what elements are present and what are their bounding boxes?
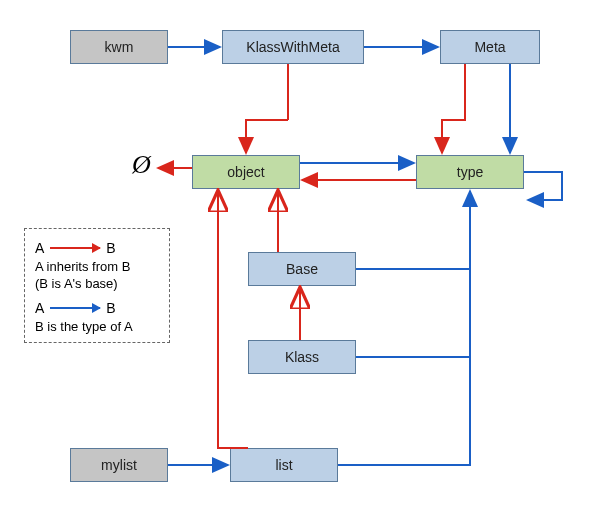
legend-A1: A [35, 240, 44, 256]
node-meta: Meta [440, 30, 540, 64]
edge-type-type-loop-a [524, 172, 562, 200]
legend-B2: B [106, 300, 115, 316]
edge-kwm-object-b [246, 120, 288, 153]
node-object: object [192, 155, 300, 189]
svg-line-0 [526, 192, 530, 200]
legend-arrow-blue [50, 307, 100, 309]
edge-base-type [356, 191, 470, 269]
node-base: Base [248, 252, 356, 286]
legend-arrow-red [50, 247, 100, 249]
legend-box: A B A inherits from B (B is A's base) A … [24, 228, 170, 343]
node-type: type [416, 155, 524, 189]
node-mylist: mylist [70, 448, 168, 482]
edge-list-object [218, 192, 248, 448]
legend-inherits-sub: (B is A's base) [35, 276, 159, 291]
legend-row-typeof: A B [35, 297, 159, 319]
legend-inherits-text: A inherits from B [35, 259, 159, 274]
legend-row-inherits: A B [35, 237, 159, 259]
node-kwm: kwm [70, 30, 168, 64]
phi-symbol: Ø [132, 150, 151, 180]
legend-A2: A [35, 300, 44, 316]
node-klass: Klass [248, 340, 356, 374]
edge-meta-type-inherits [442, 64, 465, 153]
node-list: list [230, 448, 338, 482]
legend-typeof-text: B is the type of A [35, 319, 159, 334]
node-klasswithmeta: KlassWithMeta [222, 30, 364, 64]
legend-B1: B [106, 240, 115, 256]
edge-list-type [338, 191, 470, 465]
